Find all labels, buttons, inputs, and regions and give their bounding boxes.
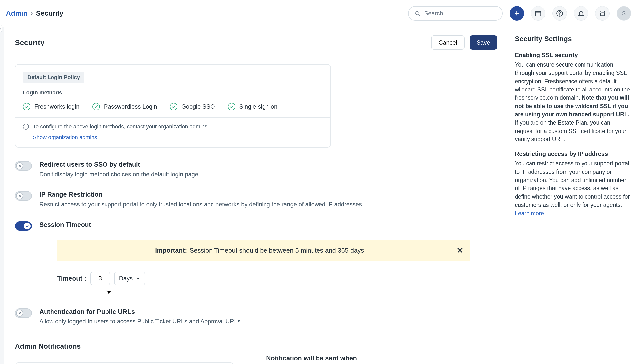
help-sidebar: Security Settings Enabling SSL security …	[508, 27, 637, 364]
session-timeout-title: Session Timeout	[39, 221, 91, 228]
alert-close-button[interactable]: ✕	[457, 246, 463, 255]
help-icon	[556, 10, 563, 17]
timeout-unit-label: Days	[119, 275, 133, 282]
topbar: ▸ Admin › Security S	[0, 0, 637, 27]
login-method-label: Google SSO	[181, 103, 215, 110]
search-input[interactable]	[424, 10, 496, 17]
sidebar-ssl-body: You can ensure secure communication thro…	[515, 61, 630, 144]
login-method-label: Single-sign-on	[239, 103, 277, 110]
page-header: Security Cancel Save	[5, 27, 508, 56]
auth-public-row: ✕ Authentication for Public URLs Allow o…	[15, 308, 497, 325]
calendar-icon	[535, 10, 542, 17]
login-method-label: Passwordless Login	[104, 103, 157, 110]
svg-line-1	[419, 14, 420, 16]
store-icon	[599, 10, 606, 17]
configure-login-hint: To configure the above login methods, co…	[33, 123, 209, 130]
calendar-button[interactable]	[531, 6, 545, 21]
ip-range-desc: Restrict access to your support portal t…	[39, 201, 364, 208]
timeout-input-row: Timeout : Days	[57, 272, 470, 286]
sidebar-ip-body: You can restrict access to your support …	[515, 159, 630, 217]
chevron-down-icon	[136, 276, 140, 280]
ip-range-title: IP Range Restriction	[39, 191, 364, 198]
auth-public-title: Authentication for Public URLs	[39, 308, 240, 316]
login-methods-list: Freshworks login Passwordless Login Goog…	[23, 103, 323, 110]
login-methods-label: Login methods	[23, 90, 323, 96]
profile-avatar[interactable]: S	[616, 6, 631, 21]
svg-point-0	[416, 12, 419, 15]
help-button[interactable]	[552, 6, 567, 21]
create-new-button[interactable]	[510, 6, 524, 21]
show-organization-admins-link[interactable]: Show organization admins	[33, 134, 97, 141]
content-area: Security Cancel Save Default Login Polic…	[0, 27, 637, 364]
admin-notifications-area: Notification will be sent when	[15, 355, 497, 364]
learn-more-link[interactable]: Learn more.	[515, 210, 546, 216]
session-timeout-toggle[interactable]	[15, 221, 32, 231]
breadcrumb: Admin › Security	[6, 10, 64, 18]
session-timeout-alert: Important:Session Timeout should be betw…	[57, 240, 470, 261]
sidebar-ssl-title: Enabling SSL security	[515, 52, 630, 59]
admin-notifications-panel	[15, 362, 234, 364]
notification-sent-when-label: Notification will be sent when	[266, 354, 357, 362]
plus-icon	[513, 10, 520, 17]
login-method-google-sso: Google SSO	[170, 103, 215, 110]
login-method-passwordless: Passwordless Login	[92, 103, 157, 110]
login-method-label: Freshworks login	[34, 103, 79, 110]
alert-important-label: Important:	[155, 247, 187, 254]
timeout-label: Timeout :	[57, 275, 86, 282]
apps-button[interactable]	[595, 6, 610, 21]
ip-range-row: ✕ IP Range Restriction Restrict access t…	[15, 191, 497, 208]
check-icon	[23, 103, 30, 110]
ip-range-toggle[interactable]: ✕	[15, 191, 32, 201]
svg-rect-4	[536, 12, 541, 16]
chevron-right-icon: ›	[31, 10, 33, 18]
page-title: Security	[15, 38, 44, 47]
save-button[interactable]: Save	[470, 35, 497, 50]
redirect-sso-row: ✕ Redirect users to SSO by default Don't…	[15, 160, 497, 178]
login-method-freshworks: Freshworks login	[23, 103, 79, 110]
admin-notifications-heading: Admin Notifications	[15, 342, 497, 350]
main-body: Default Login Policy Login methods Fresh…	[5, 56, 508, 364]
notifications-button[interactable]	[574, 6, 588, 21]
check-icon	[228, 103, 235, 110]
check-icon	[92, 103, 100, 110]
login-policy-panel: Default Login Policy Login methods Fresh…	[15, 64, 331, 148]
sidebar-heading: Security Settings	[515, 35, 630, 43]
alert-message: Session Timeout should be between 5 minu…	[190, 247, 366, 254]
global-search[interactable]	[408, 6, 503, 21]
svg-point-9	[559, 15, 560, 15]
timeout-unit-select[interactable]: Days	[114, 272, 145, 286]
cancel-button[interactable]: Cancel	[431, 35, 465, 50]
session-timeout-subsection: Important:Session Timeout should be betw…	[57, 240, 470, 286]
avatar-initial: S	[622, 10, 626, 17]
main-panel: Security Cancel Save Default Login Polic…	[0, 27, 508, 364]
bell-icon	[577, 10, 584, 17]
info-icon: i	[23, 124, 29, 130]
default-login-policy-tag: Default Login Policy	[23, 72, 84, 83]
login-method-single-sign-on: Single-sign-on	[228, 103, 277, 110]
redirect-sso-desc: Don't display login method choices on th…	[39, 171, 200, 178]
session-timeout-row: Session Timeout	[15, 221, 497, 231]
timeout-value-input[interactable]	[90, 272, 110, 286]
breadcrumb-root[interactable]: Admin	[6, 10, 28, 18]
redirect-sso-toggle[interactable]: ✕	[15, 161, 32, 170]
check-icon	[170, 103, 177, 110]
auth-public-desc: Allow only logged-in users to access Pub…	[39, 318, 240, 325]
vertical-divider	[254, 352, 254, 357]
auth-public-toggle[interactable]: ✕	[15, 308, 32, 318]
redirect-sso-title: Redirect users to SSO by default	[39, 160, 200, 168]
sidebar-ip-title: Restricting access by IP address	[515, 150, 630, 158]
breadcrumb-current: Security	[36, 10, 64, 18]
search-icon	[415, 10, 420, 17]
